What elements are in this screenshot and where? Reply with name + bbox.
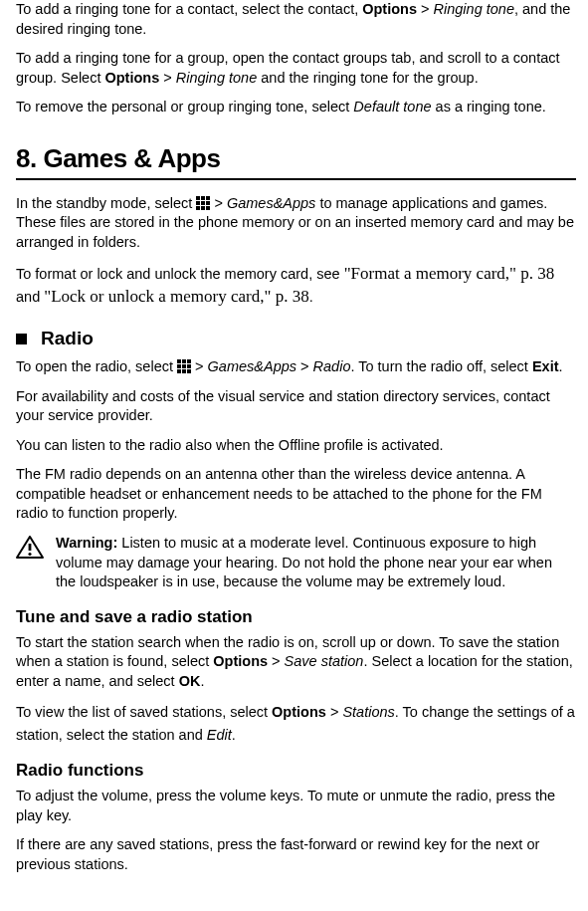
svg-rect-4 [201,201,205,205]
xref-lock-card: "Lock or unlock a memory card," p. 38 [44,287,308,306]
paragraph-group-tone: To add a ringing tone for a group, open … [16,49,576,88]
subsection-heading-tune: Tune and save a radio station [16,606,576,629]
menu-key-icon [196,196,210,210]
svg-rect-16 [182,369,186,373]
paragraph-contact-tone: To add a ringing tone for a contact, sel… [16,0,576,39]
svg-rect-7 [201,206,205,210]
save-station-label: Save station [285,653,364,669]
chapter-heading: 8. Games & Apps [16,141,576,176]
svg-rect-19 [29,544,32,551]
radio-label: Radio [313,358,351,374]
ringing-tone-label: Ringing tone [434,1,514,17]
exit-label: Exit [532,358,559,374]
options-label: Options [362,1,417,17]
paragraph-offline: You can listen to the radio also when th… [16,436,576,456]
ringing-tone-label: Ringing tone [176,70,257,86]
svg-rect-12 [177,364,181,368]
paragraph-availability: For availability and costs of the visual… [16,387,576,426]
svg-rect-0 [196,196,200,200]
text: To open the radio, select [16,358,177,374]
svg-rect-9 [177,359,181,363]
text: and [16,289,44,305]
paragraph-remove-tone: To remove the personal or group ringing … [16,98,576,117]
svg-point-20 [28,553,31,556]
text: To format or lock and unlock the memory … [16,266,344,282]
xref-format-card: "Format a memory card," p. 38 [344,264,555,283]
text: . [309,289,313,305]
paragraph-antenna: The FM radio depends on an antenna other… [16,465,576,524]
text: To add a ringing tone for a contact, sel… [16,1,362,17]
svg-rect-10 [182,359,186,363]
text: as a ringing tone. [432,99,546,114]
text: . [558,358,562,374]
sep: > [159,70,176,86]
sep: > [296,358,313,374]
games-apps-label: Games&Apps [227,195,315,211]
menu-key-icon [177,359,191,373]
edit-label: Edit [207,727,232,743]
paragraph-volume: To adjust the volume, press the volume k… [16,787,576,825]
sep: > [326,704,343,720]
sep: > [191,358,208,374]
warning-icon [16,536,44,560]
text: Listen to music at a moderate level. Con… [56,535,552,589]
ok-label: OK [179,673,201,689]
stations-label: Stations [342,704,394,720]
options-label: Options [272,704,326,720]
text: To view the list of saved stations, sele… [16,704,272,720]
text: To remove the personal or group ringing … [16,99,353,114]
chapter-divider [16,178,576,180]
text: In the standby mode, select [16,195,196,211]
svg-rect-6 [196,206,200,210]
games-apps-label: Games&Apps [208,358,296,374]
svg-rect-15 [177,369,181,373]
sep: > [210,195,227,211]
text: and the ringing tone for the group. [257,70,479,86]
warning-block: Warning: Listen to music at a moderate l… [16,534,576,592]
sep: > [417,1,434,17]
warning-text: Warning: Listen to music at a moderate l… [56,534,576,592]
svg-rect-1 [201,196,205,200]
section-bullet-icon [16,334,27,344]
default-tone-label: Default tone [353,99,431,114]
text: . [200,673,204,689]
subsection-heading-functions: Radio functions [16,760,576,783]
text: . [232,727,236,743]
paragraph-stations-list: To view the list of saved stations, sele… [16,701,576,746]
svg-rect-13 [182,364,186,368]
options-label: Options [104,70,159,86]
paragraph-standby: In the standby mode, select > Games&Apps… [16,194,576,253]
text: . To turn the radio off, select [350,358,531,374]
paragraph-format-card: To format or lock and unlock the memory … [16,263,576,309]
paragraph-saved-stations: If there are any saved stations, press t… [16,835,576,874]
section-title: Radio [41,326,94,351]
section-heading-radio: Radio [16,326,576,351]
svg-rect-3 [196,201,200,205]
warning-label: Warning: [56,535,117,551]
options-label: Options [213,653,268,669]
paragraph-open-radio: To open the radio, select > Games&Apps >… [16,357,576,377]
paragraph-tune-save: To start the station search when the rad… [16,633,576,692]
sep: > [268,653,285,669]
